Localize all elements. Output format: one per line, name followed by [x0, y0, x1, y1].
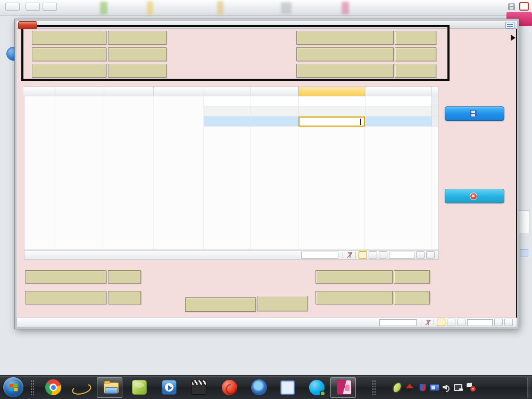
red-app-icon[interactable] [221, 379, 237, 396]
restore-window-button[interactable] [26, 3, 40, 11]
program-invoice-number-field[interactable] [32, 64, 106, 78]
next-record-button[interactable] [379, 251, 387, 259]
statement-label [108, 47, 167, 61]
quick-access-toolbar [495, 2, 529, 11]
tray-blue-app-icon[interactable] [429, 379, 440, 396]
internet-explorer-icon[interactable] [73, 379, 89, 396]
new-record-button[interactable] [437, 319, 445, 326]
record-selector-strip [509, 29, 517, 318]
cell-total[interactable] [204, 106, 251, 117]
minimize-window-button[interactable] [43, 3, 57, 11]
invoice-remaining-field[interactable] [185, 297, 256, 312]
column-header-model[interactable] [365, 87, 431, 96]
cell-qty[interactable] [298, 96, 365, 106]
first-record-button[interactable] [504, 319, 513, 326]
record-position-box[interactable] [389, 252, 414, 259]
datasheet-icon[interactable] [505, 22, 514, 29]
desktop-icon-hint [217, 1, 223, 15]
current-record-arrow[interactable] [511, 35, 516, 41]
action-center-flag-icon[interactable]: ✕ [466, 379, 476, 396]
record-position-box[interactable] [467, 319, 493, 326]
save-and-close-button[interactable]: ✖ [445, 189, 504, 203]
tray-uparrow-icon[interactable] [405, 379, 414, 396]
skype-icon[interactable] [309, 379, 325, 396]
new-record-selector[interactable] [431, 117, 438, 127]
last-record-button[interactable] [369, 251, 377, 259]
show-desktop-button[interactable] [527, 377, 531, 398]
no-filter-toggle[interactable] [424, 320, 431, 326]
background-search-fragment [519, 210, 529, 234]
date-label [108, 31, 167, 45]
taskbar-clock[interactable] [480, 379, 525, 397]
volume-icon[interactable] [442, 379, 451, 396]
windows-flag-icon [10, 384, 18, 392]
media-player-classic-icon[interactable] [191, 379, 207, 396]
desktop-icon-hint [147, 1, 153, 15]
file-explorer-icon[interactable] [103, 379, 119, 396]
network-icon[interactable] [453, 379, 463, 396]
gridline [153, 87, 154, 250]
firefox-icon[interactable] [251, 379, 267, 396]
invoice-remaining-label [257, 296, 307, 311]
cell-price[interactable] [251, 96, 298, 106]
tray-shield-icon[interactable] [418, 379, 427, 396]
cell-total[interactable] [204, 96, 251, 106]
row-selector[interactable] [431, 96, 438, 106]
shop-label [395, 31, 436, 45]
cell-model[interactable] [365, 117, 431, 127]
date-field[interactable] [32, 31, 106, 45]
save-icon [470, 110, 477, 117]
table-row [204, 96, 438, 106]
payments-field[interactable] [25, 291, 106, 304]
next-record-button[interactable] [457, 319, 466, 326]
invoice-number-label [395, 64, 436, 78]
previous-record-button[interactable] [494, 319, 503, 326]
table-new-row [204, 117, 438, 127]
column-header-total[interactable] [204, 87, 251, 96]
form-close-button[interactable] [18, 21, 37, 29]
access-logo-icon [519, 2, 529, 11]
cell-model[interactable] [365, 96, 431, 106]
grand-total-field[interactable] [315, 270, 393, 284]
save-icon[interactable] [508, 3, 515, 10]
cell-qty[interactable] [298, 106, 365, 117]
filter-icon [426, 320, 431, 326]
green-app-icon[interactable] [131, 379, 147, 396]
close-window-button[interactable] [5, 3, 20, 11]
discount-field[interactable] [315, 291, 393, 304]
media-player-icon[interactable] [161, 379, 177, 396]
invoice-number-field[interactable] [296, 64, 394, 78]
last-record-button[interactable] [447, 319, 455, 326]
background-button-fragment [520, 249, 528, 256]
previous-record-button[interactable] [416, 251, 425, 259]
cell-price[interactable] [251, 106, 298, 117]
cell-model[interactable] [365, 106, 431, 117]
net-field[interactable] [25, 270, 106, 284]
statement-field[interactable] [32, 47, 106, 61]
tray-leaf-icon[interactable] [392, 379, 402, 396]
new-record-button[interactable] [359, 251, 367, 259]
selector-column-header[interactable] [431, 87, 438, 96]
column-header-price[interactable] [251, 87, 298, 96]
start-button[interactable] [3, 377, 23, 397]
search-input[interactable] [301, 252, 338, 259]
tray-separator [372, 380, 376, 396]
first-record-button[interactable] [426, 251, 435, 259]
desktop-icon-hint [100, 2, 107, 14]
column-header-qty[interactable] [298, 87, 365, 96]
row-selector[interactable] [431, 106, 438, 117]
save-and-new-button[interactable] [445, 106, 504, 121]
customer-field[interactable] [296, 47, 394, 61]
shop-field[interactable] [296, 31, 394, 45]
customer-label [395, 47, 436, 61]
active-cell-qty[interactable] [298, 117, 365, 127]
cell-price[interactable] [251, 117, 298, 127]
search-input[interactable] [379, 319, 417, 326]
invoice-form-window: ✖ [15, 19, 519, 329]
chrome-icon[interactable] [45, 379, 61, 396]
cell-total[interactable] [204, 117, 251, 127]
access-taskbar-icon[interactable] [336, 379, 352, 396]
visual-basic-icon[interactable] [279, 379, 295, 396]
gridline [104, 87, 104, 250]
no-filter-toggle[interactable] [346, 252, 353, 258]
